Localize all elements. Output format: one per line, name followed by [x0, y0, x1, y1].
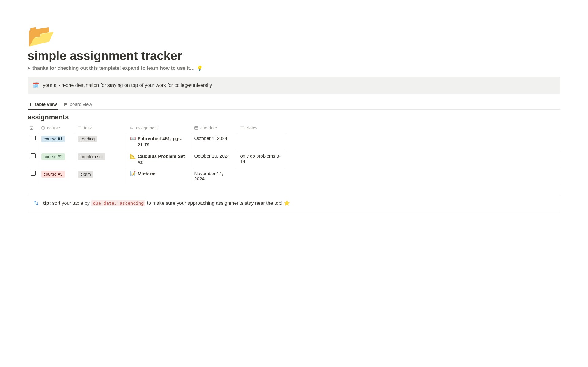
assignment-icon: 📝: [130, 171, 136, 176]
checkbox[interactable]: [31, 171, 36, 176]
notes-cell[interactable]: [237, 168, 286, 184]
due-date-cell[interactable]: October 1, 2024: [191, 133, 237, 151]
date-icon: [194, 126, 198, 130]
page-icon[interactable]: 📂: [28, 24, 560, 47]
tip-after: to make sure your approaching assignment…: [145, 200, 290, 206]
tip-before: sort your table by: [51, 200, 91, 206]
course-cell[interactable]: course #1: [38, 133, 75, 151]
assignment-icon: 📐: [130, 153, 136, 159]
title-icon: Aa: [130, 126, 134, 130]
tip-callout[interactable]: tip: sort your table by due date: ascend…: [28, 195, 560, 211]
course-cell[interactable]: course #2: [38, 151, 75, 168]
course-tag: course #2: [41, 153, 65, 160]
checkbox-icon: [29, 126, 34, 130]
table-row[interactable]: course #2problem set📐Calculus Problem Se…: [28, 151, 560, 168]
column-header-course[interactable]: course: [38, 123, 75, 133]
empty-cell: [286, 168, 560, 184]
toggle-caret-icon: [28, 67, 31, 70]
table-row[interactable]: course #1reading📖Fahrenheit 451, pgs. 21…: [28, 133, 560, 151]
course-tag: course #3: [41, 171, 65, 178]
due-date-cell[interactable]: November 14, 2024: [191, 168, 237, 184]
task-tag: reading: [78, 136, 97, 142]
course-cell[interactable]: course #3: [38, 168, 75, 184]
column-label: Notes: [246, 125, 258, 130]
assignment-cell[interactable]: 📐Calculus Problem Set #2: [127, 151, 191, 168]
tab-table-view[interactable]: table view: [28, 100, 58, 109]
column-label: due date: [200, 125, 217, 130]
notes-cell[interactable]: only do problems 3-14: [237, 151, 286, 168]
empty-cell: [286, 151, 560, 168]
board-icon: [63, 102, 68, 107]
table-icon: [28, 102, 33, 107]
svg-text:Aa: Aa: [130, 126, 134, 130]
tab-label: board view: [70, 102, 92, 107]
table-row[interactable]: course #3exam📝MidtermNovember 14, 2024: [28, 168, 560, 184]
notes-cell[interactable]: [237, 133, 286, 151]
svg-point-4: [78, 129, 78, 129]
tab-label: table view: [35, 102, 57, 107]
course-tag: course #1: [41, 136, 65, 142]
task-tag: exam: [78, 171, 93, 178]
column-header-due-date[interactable]: due date: [191, 123, 237, 133]
task-cell[interactable]: exam: [75, 168, 127, 184]
column-header-task[interactable]: task: [75, 123, 127, 133]
select-icon: [41, 126, 45, 130]
assignment-cell[interactable]: 📖Fahrenheit 451, pgs. 21-79: [127, 133, 191, 151]
tip-label: tip:: [43, 200, 51, 206]
due-date-cell[interactable]: October 10, 2024: [191, 151, 237, 168]
callout-box[interactable]: 🗓️ your all-in-one destination for stayi…: [28, 77, 560, 94]
checkbox-cell[interactable]: [28, 133, 38, 151]
checkbox[interactable]: [31, 136, 36, 140]
task-cell[interactable]: reading: [75, 133, 127, 151]
checkbox[interactable]: [31, 153, 36, 158]
callout-text: your all-in-one destination for staying …: [43, 83, 212, 88]
sort-arrows-icon: [33, 200, 39, 206]
view-tabs: table view board view: [28, 100, 560, 110]
column-header-assignment[interactable]: Aa assignment: [127, 123, 191, 133]
column-label: course: [47, 125, 60, 130]
tab-board-view[interactable]: board view: [62, 100, 93, 109]
column-header-add[interactable]: [286, 123, 560, 133]
task-cell[interactable]: problem set: [75, 151, 127, 168]
lightbulb-icon: 💡: [197, 65, 203, 71]
svg-point-3: [78, 128, 78, 128]
assignment-title: Fahrenheit 451, pgs. 21-79: [138, 136, 188, 148]
column-header-notes[interactable]: Notes: [237, 123, 286, 133]
assignment-icon: 📖: [130, 136, 136, 141]
multiselect-icon: [78, 126, 82, 130]
column-label: assignment: [136, 125, 158, 130]
checkbox-cell[interactable]: [28, 168, 38, 184]
assignment-cell[interactable]: 📝Midterm: [127, 168, 191, 184]
database-title[interactable]: assignments: [28, 113, 560, 121]
tip-text: tip: sort your table by due date: ascend…: [43, 200, 290, 206]
empty-cell: [286, 133, 560, 151]
task-tag: problem set: [78, 153, 105, 160]
tip-code: due date: ascending: [91, 200, 146, 206]
column-label: task: [84, 125, 92, 130]
toggle-intro[interactable]: thanks for checking out this template! e…: [28, 65, 560, 71]
checkbox-cell[interactable]: [28, 151, 38, 168]
column-header-checkbox[interactable]: [28, 123, 38, 133]
svg-point-2: [78, 127, 78, 127]
svg-rect-6: [195, 127, 198, 130]
assignments-table: course task Aa assignment due date: [28, 123, 560, 184]
text-icon: [240, 126, 244, 130]
calendar-icon: 🗓️: [32, 82, 39, 89]
assignment-title: Calculus Problem Set #2: [138, 153, 188, 166]
assignment-title: Midterm: [138, 171, 156, 177]
toggle-text: thanks for checking out this template! e…: [32, 66, 195, 71]
page-title[interactable]: simple assignment tracker: [28, 49, 560, 63]
